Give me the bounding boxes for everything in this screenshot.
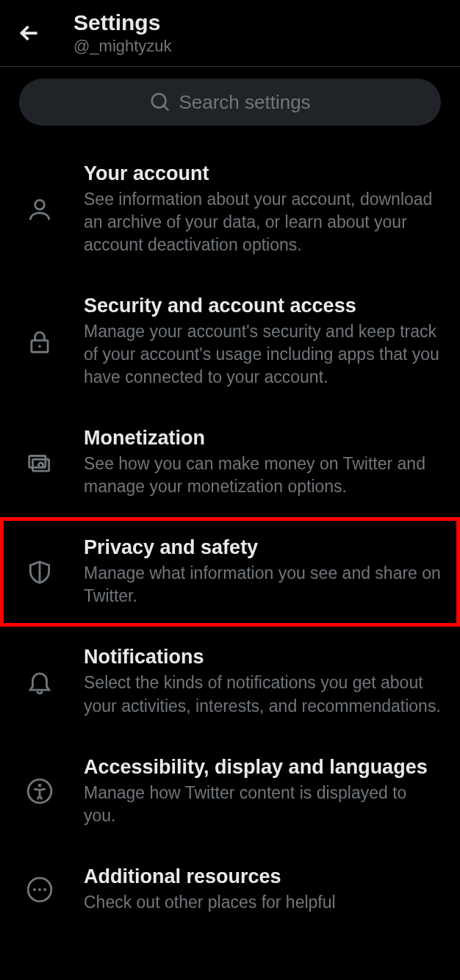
back-button[interactable] [13,17,46,49]
settings-item-monetization[interactable]: Monetization See how you can make money … [0,408,460,517]
header: Settings @_mightyzuk [0,0,460,67]
item-title: Notifications [84,646,441,669]
item-text: Monetization See how you can make money … [84,427,441,498]
svg-point-14 [43,888,46,891]
settings-list: Your account See information about your … [0,143,460,933]
settings-item-accessibility[interactable]: Accessibility, display and languages Man… [0,737,460,846]
svg-point-4 [38,345,41,348]
item-text: Your account See information about your … [84,162,441,256]
item-desc: Manage your account's security and keep … [84,320,441,389]
arrow-left-icon [16,20,43,46]
item-text: Accessibility, display and languages Man… [84,756,441,827]
item-desc: See how you can make money on Twitter an… [84,453,441,498]
shield-icon [19,558,60,586]
header-text: Settings @_mightyzuk [73,10,172,56]
account-handle: @_mightyzuk [73,37,172,56]
svg-point-13 [38,888,41,891]
item-title: Your account [84,162,441,185]
item-title: Monetization [84,427,441,450]
svg-point-7 [38,463,43,467]
item-title: Accessibility, display and languages [84,756,441,779]
svg-point-12 [33,888,36,891]
more-icon [19,876,60,904]
search-container: Search settings [0,67,460,143]
svg-point-10 [38,784,42,788]
item-desc: Manage how Twitter content is displayed … [84,782,441,827]
item-text: Security and account access Manage your … [84,295,441,389]
svg-line-1 [164,106,168,110]
item-title: Additional resources [84,865,441,888]
search-icon [149,91,171,113]
search-input[interactable]: Search settings [19,79,441,126]
bell-icon [19,668,60,696]
item-desc: Check out other places for helpful [84,891,441,914]
item-text: Notifications Select the kinds of notifi… [84,646,441,717]
item-text: Privacy and safety Manage what informati… [84,536,441,608]
settings-item-additional-resources[interactable]: Additional resources Check out other pla… [0,846,460,933]
person-icon [19,195,60,223]
settings-item-privacy-safety[interactable]: Privacy and safety Manage what informati… [0,517,460,627]
item-title: Privacy and safety [84,536,441,559]
svg-point-0 [152,94,166,108]
money-icon [19,449,60,477]
search-placeholder: Search settings [179,91,310,114]
item-desc: Manage what information you see and shar… [84,562,441,608]
accessibility-icon [19,777,60,805]
settings-item-notifications[interactable]: Notifications Select the kinds of notifi… [0,627,460,736]
page-title: Settings [73,10,172,35]
svg-point-2 [35,200,45,209]
lock-icon [19,328,60,356]
item-desc: Select the kinds of notifications you ge… [84,671,441,717]
settings-item-your-account[interactable]: Your account See information about your … [0,143,460,275]
item-desc: See information about your account, down… [84,188,441,256]
settings-item-security[interactable]: Security and account access Manage your … [0,275,460,408]
item-title: Security and account access [84,295,441,317]
item-text: Additional resources Check out other pla… [84,865,441,914]
